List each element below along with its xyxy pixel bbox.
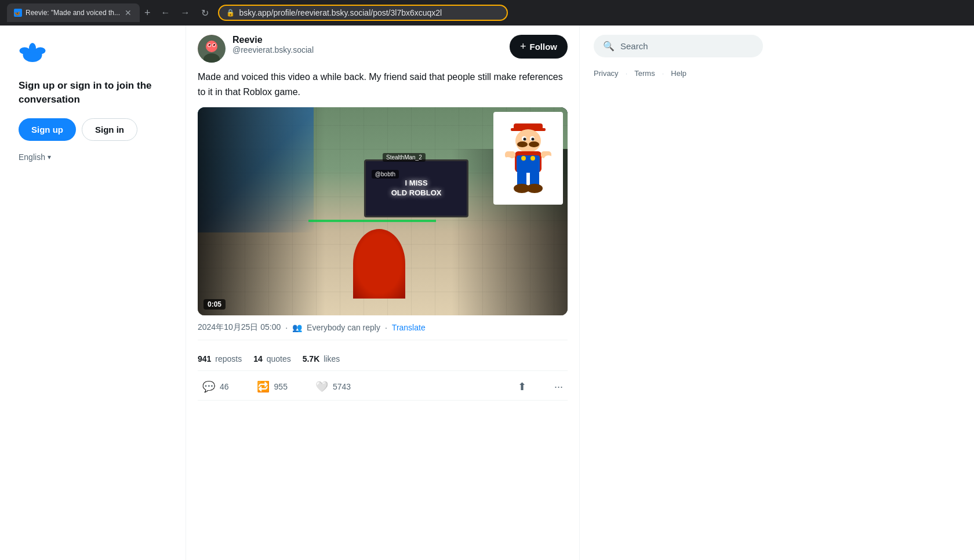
svg-point-11 bbox=[209, 44, 210, 45]
signup-prompt: Sign up or sign in to join the conversat… bbox=[19, 79, 167, 107]
svg-rect-23 bbox=[517, 155, 540, 173]
address-bar[interactable]: 🔒 bsky.app/profile/reevierat.bsky.social… bbox=[218, 5, 508, 21]
repost-count: 955 bbox=[274, 382, 288, 391]
address-bar-security-icon: 🔒 bbox=[226, 9, 235, 17]
follow-plus-icon: + bbox=[520, 41, 526, 53]
user-handle: @reevierat.bsky.social bbox=[232, 45, 503, 54]
post-meta: 2024年10月25日 05:00 · 👥 Everybody can repl… bbox=[198, 322, 568, 340]
svg-point-29 bbox=[544, 155, 553, 163]
svg-point-12 bbox=[214, 44, 215, 45]
browser-tabs: 🦋 Reevie: "Made and voiced th... ✕ + bbox=[7, 3, 153, 22]
forward-button[interactable]: → bbox=[177, 5, 194, 21]
mario-overlay bbox=[493, 112, 563, 205]
svg-rect-26 bbox=[505, 151, 515, 158]
reply-permission: Everybody can reply bbox=[307, 323, 380, 332]
translate-link[interactable]: Translate bbox=[392, 323, 426, 332]
signin-button[interactable]: Sign in bbox=[82, 118, 137, 141]
right-sidebar: 🔍 Search Privacy · Terms · Help bbox=[580, 26, 777, 560]
engagement-stats: 941 reposts 14 quotes 5.7K likes bbox=[198, 347, 568, 371]
reposts-label: reposts bbox=[215, 354, 242, 363]
more-options-button[interactable]: ··· bbox=[550, 379, 568, 395]
health-bar bbox=[308, 220, 436, 222]
language-label: English bbox=[19, 152, 45, 162]
tab-close-button[interactable]: ✕ bbox=[123, 7, 133, 19]
bluesky-logo bbox=[19, 39, 167, 70]
screen-text-line1: I MISS bbox=[405, 179, 428, 188]
active-tab[interactable]: 🦋 Reevie: "Made and voiced th... ✕ bbox=[7, 3, 140, 22]
avatar bbox=[198, 35, 226, 63]
svg-point-33 bbox=[526, 184, 543, 193]
search-icon: 🔍 bbox=[603, 41, 615, 52]
search-box[interactable]: 🔍 Search bbox=[594, 35, 763, 57]
avatar-image bbox=[198, 35, 226, 63]
svg-point-1 bbox=[20, 48, 30, 54]
help-link[interactable]: Help bbox=[671, 69, 686, 78]
post-header: Reevie @reevierat.bsky.social + Follow bbox=[198, 35, 568, 63]
repost-icon: 🔁 bbox=[257, 380, 270, 393]
svg-point-5 bbox=[206, 41, 217, 52]
footer-separator-1: · bbox=[626, 69, 628, 78]
new-tab-button[interactable]: + bbox=[142, 7, 153, 19]
post-text: Made and voiced this video a while back.… bbox=[198, 70, 568, 99]
main-content: Reevie @reevierat.bsky.social + Follow M… bbox=[186, 26, 580, 560]
back-button[interactable]: ← bbox=[158, 5, 174, 21]
share-icon: ⬆ bbox=[518, 380, 526, 393]
reply-count: 46 bbox=[220, 382, 229, 391]
reply-icon: 💬 bbox=[202, 380, 215, 393]
meta-separator-1: · bbox=[285, 323, 288, 332]
meta-separator-2: · bbox=[385, 323, 387, 332]
page-layout: Sign up or sign in to join the conversat… bbox=[0, 26, 974, 560]
likes-count: 5.7K bbox=[303, 354, 320, 363]
action-buttons: 💬 46 🔁 955 🤍 5743 ⬆ ··· bbox=[198, 373, 568, 401]
left-sidebar: Sign up or sign in to join the conversat… bbox=[0, 26, 186, 560]
like-button[interactable]: 🤍 5743 bbox=[311, 378, 355, 395]
svg-point-25 bbox=[530, 156, 535, 161]
search-input[interactable]: Search bbox=[620, 41, 648, 51]
nametag-2: @bobth bbox=[372, 170, 399, 179]
chevron-down-icon: ▾ bbox=[48, 153, 51, 161]
character-left bbox=[198, 107, 325, 315]
share-button[interactable]: ⬆ bbox=[513, 378, 531, 395]
user-info: Reevie @reevierat.bsky.social bbox=[232, 35, 503, 54]
quotes-label: quotes bbox=[267, 354, 291, 363]
tab-favicon: 🦋 bbox=[14, 9, 22, 17]
browser-navigation: ← → ↻ bbox=[158, 5, 213, 21]
display-name: Reevie bbox=[232, 35, 503, 45]
svg-point-19 bbox=[532, 138, 535, 141]
character-red bbox=[353, 229, 405, 299]
svg-point-3 bbox=[29, 43, 36, 53]
reposts-count: 941 bbox=[198, 354, 211, 363]
reload-button[interactable]: ↻ bbox=[197, 5, 213, 21]
screen-text-line2: OLD ROBLOX bbox=[391, 188, 442, 198]
video-screen: I MISS OLD ROBLOX bbox=[364, 159, 468, 217]
nametag-1: StealthMan_2 bbox=[383, 153, 426, 162]
reply-permission-icon: 👥 bbox=[292, 323, 302, 332]
like-icon: 🤍 bbox=[315, 380, 328, 393]
privacy-link[interactable]: Privacy bbox=[594, 69, 619, 78]
tab-title: Reevie: "Made and voiced th... bbox=[26, 9, 120, 17]
like-count: 5743 bbox=[333, 382, 351, 391]
post-date: 2024年10月25日 05:00 bbox=[198, 322, 281, 333]
svg-point-28 bbox=[503, 157, 513, 166]
svg-point-15 bbox=[515, 129, 541, 152]
more-icon: ··· bbox=[554, 381, 563, 393]
svg-point-20 bbox=[517, 141, 528, 147]
svg-point-2 bbox=[35, 48, 46, 54]
likes-stat: 5.7K likes bbox=[303, 354, 340, 363]
follow-button[interactable]: + Follow bbox=[510, 35, 568, 59]
video-container[interactable]: I MISS OLD ROBLOX StealthMan_2 @bobth bbox=[198, 107, 568, 315]
auth-buttons: Sign up Sign in bbox=[19, 118, 167, 141]
signup-button[interactable]: Sign up bbox=[19, 118, 76, 141]
video-timestamp: 0:05 bbox=[203, 299, 226, 310]
repost-button[interactable]: 🔁 955 bbox=[252, 378, 292, 395]
follow-label: Follow bbox=[530, 42, 558, 52]
footer-links: Privacy · Terms · Help bbox=[594, 69, 763, 78]
url-text: bsky.app/profile/reevierat.bsky.social/p… bbox=[239, 8, 442, 17]
footer-separator-2: · bbox=[662, 69, 664, 78]
svg-point-21 bbox=[529, 141, 539, 147]
svg-point-24 bbox=[521, 156, 526, 161]
reply-button[interactable]: 💬 46 bbox=[198, 378, 234, 395]
terms-link[interactable]: Terms bbox=[634, 69, 655, 78]
browser-chrome: 🦋 Reevie: "Made and voiced th... ✕ + ← →… bbox=[0, 0, 974, 26]
language-selector[interactable]: English ▾ bbox=[19, 152, 167, 162]
